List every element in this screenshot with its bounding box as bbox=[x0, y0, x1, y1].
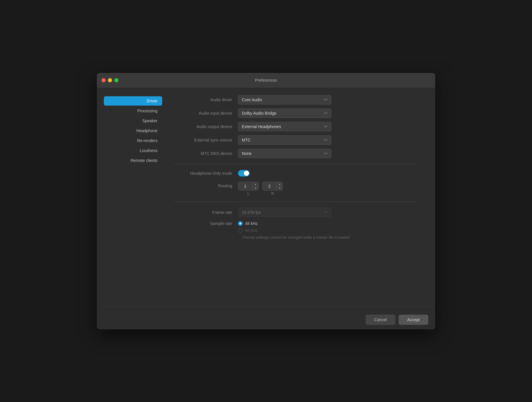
audio-driver-control: Core Audio ASIO WASAPI bbox=[238, 95, 331, 104]
frame-rate-label: Frame rate bbox=[174, 210, 238, 215]
headphone-only-toggle[interactable] bbox=[238, 170, 250, 176]
sidebar-item-remote-clients[interactable]: Remote clients bbox=[104, 156, 162, 165]
window-title: Preferences bbox=[255, 78, 277, 83]
mtc-midi-select[interactable]: None IAC Driver Bus 1 bbox=[238, 149, 331, 158]
headphone-only-row: Headphone Only mode bbox=[174, 170, 416, 176]
cancel-button[interactable]: Cancel bbox=[366, 315, 396, 325]
sample-rate-48-option[interactable]: 48 kHz bbox=[238, 221, 258, 226]
external-sync-select[interactable]: MTC LTC None bbox=[238, 135, 331, 145]
preferences-window: Preferences Driver Processing Speaker He… bbox=[97, 73, 435, 329]
mtc-midi-control: None IAC Driver Bus 1 bbox=[238, 149, 331, 158]
sidebar-item-speaker[interactable]: Speaker bbox=[104, 116, 162, 125]
divider-2 bbox=[174, 202, 416, 202]
sample-rate-48-radio[interactable] bbox=[238, 221, 243, 226]
mtc-midi-label: MTC MIDI device bbox=[174, 151, 238, 156]
main-content: Audio driver Core Audio ASIO WASAPI Audi… bbox=[162, 95, 428, 303]
routing-r-wrap: ▲ ▼ bbox=[262, 182, 283, 190]
audio-output-control: External Headphones Built-in Output None bbox=[238, 122, 331, 131]
audio-input-label: Audio input device bbox=[174, 111, 238, 116]
routing-l-group: ▲ ▼ L bbox=[238, 182, 259, 196]
window-body: Driver Processing Speaker Headphone Re-r… bbox=[97, 88, 435, 310]
sidebar-item-re-renders[interactable]: Re-renders bbox=[104, 136, 162, 145]
audio-output-label: Audio output device bbox=[174, 124, 238, 129]
routing-controls: ▲ ▼ L ▲ ▼ bbox=[238, 182, 283, 196]
routing-r-buttons: ▲ ▼ bbox=[276, 182, 283, 190]
frame-rate-select[interactable]: 23.976 fps 24 fps 25 fps 29.97 fps 30 fp… bbox=[238, 208, 331, 217]
audio-input-row: Audio input device Dolby Audio Bridge Bu… bbox=[174, 109, 416, 118]
titlebar: Preferences bbox=[97, 73, 435, 88]
audio-input-control: Dolby Audio Bridge Built-in Microphone N… bbox=[238, 109, 331, 118]
audio-input-select[interactable]: Dolby Audio Bridge Built-in Microphone N… bbox=[238, 109, 331, 118]
sample-rate-row: Sample rate 48 kHz 96 kHz bbox=[174, 221, 416, 233]
routing-l-down-button[interactable]: ▼ bbox=[253, 186, 258, 190]
sample-rate-96-radio[interactable] bbox=[238, 228, 243, 233]
frame-rate-control: 23.976 fps 24 fps 25 fps 29.97 fps 30 fp… bbox=[238, 208, 331, 217]
routing-r-channel-label: R bbox=[271, 192, 274, 196]
mtc-midi-row: MTC MIDI device None IAC Driver Bus 1 bbox=[174, 149, 416, 158]
routing-l-buttons: ▲ ▼ bbox=[252, 182, 258, 190]
audio-output-row: Audio output device External Headphones … bbox=[174, 122, 416, 131]
format-notice: Format settings cannot be changed while … bbox=[174, 235, 416, 240]
audio-output-select[interactable]: External Headphones Built-in Output None bbox=[238, 122, 331, 131]
accept-button[interactable]: Accept bbox=[399, 315, 428, 325]
routing-r-up-button[interactable]: ▲ bbox=[277, 182, 283, 186]
routing-l-up-button[interactable]: ▲ bbox=[253, 182, 258, 186]
close-button[interactable] bbox=[102, 78, 106, 82]
divider-1 bbox=[174, 164, 416, 164]
routing-r-down-button[interactable]: ▼ bbox=[277, 186, 283, 190]
minimize-button[interactable] bbox=[108, 78, 112, 82]
external-sync-label: External sync source bbox=[174, 138, 238, 142]
bottom-bar: Cancel Accept bbox=[97, 310, 435, 329]
audio-driver-label: Audio driver bbox=[174, 97, 238, 102]
external-sync-row: External sync source MTC LTC None bbox=[174, 135, 416, 145]
headphone-only-label: Headphone Only mode bbox=[174, 171, 238, 176]
sidebar: Driver Processing Speaker Headphone Re-r… bbox=[104, 95, 162, 303]
external-sync-control: MTC LTC None bbox=[238, 135, 331, 145]
audio-driver-select[interactable]: Core Audio ASIO WASAPI bbox=[238, 95, 331, 104]
routing-r-input[interactable] bbox=[262, 182, 276, 190]
routing-l-input[interactable] bbox=[238, 182, 252, 190]
maximize-button[interactable] bbox=[114, 78, 118, 82]
routing-label: Routing bbox=[174, 182, 238, 188]
frame-rate-row: Frame rate 23.976 fps 24 fps 25 fps 29.9… bbox=[174, 208, 416, 217]
sidebar-item-loudness[interactable]: Loudness bbox=[104, 146, 162, 155]
sidebar-item-headphone[interactable]: Headphone bbox=[104, 126, 162, 135]
sample-rate-96-option[interactable]: 96 kHz bbox=[238, 228, 258, 233]
routing-row: Routing ▲ ▼ L bbox=[174, 182, 416, 196]
routing-r-group: ▲ ▼ R bbox=[262, 182, 283, 196]
traffic-lights bbox=[102, 78, 118, 82]
sample-rate-label: Sample rate bbox=[174, 221, 238, 226]
sample-rate-48-label: 48 kHz bbox=[245, 221, 258, 226]
sample-rate-radio-group: 48 kHz 96 kHz bbox=[238, 221, 258, 233]
sidebar-item-processing[interactable]: Processing bbox=[104, 106, 162, 116]
routing-l-channel-label: L bbox=[247, 192, 249, 196]
toggle-knob bbox=[244, 171, 249, 176]
audio-driver-row: Audio driver Core Audio ASIO WASAPI bbox=[174, 95, 416, 104]
routing-l-wrap: ▲ ▼ bbox=[238, 182, 259, 190]
sidebar-item-driver[interactable]: Driver bbox=[104, 96, 162, 106]
sample-rate-96-label: 96 kHz bbox=[245, 228, 258, 233]
